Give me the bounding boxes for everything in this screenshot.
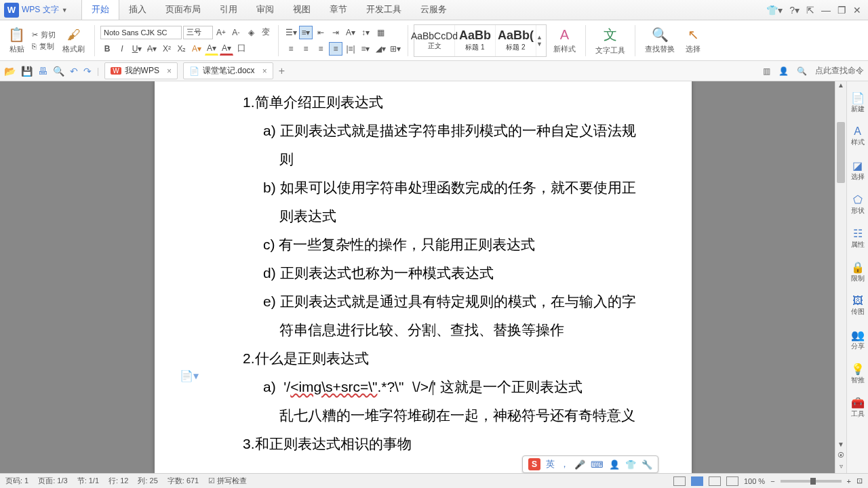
search-command-icon[interactable]: 🔍 (797, 66, 807, 76)
side-shape[interactable]: ⬠形状 (847, 187, 869, 221)
tab-start[interactable]: 开始 (81, 0, 119, 20)
doc-tab-home[interactable]: W 我的WPS × (104, 62, 178, 79)
view-fullscreen-icon[interactable] (726, 476, 738, 486)
style-gallery[interactable]: AaBbCcDd正文 AaBb标题 1 AaBb(标题 2 ▲▼ (414, 24, 547, 57)
add-tab-button[interactable]: + (279, 65, 285, 77)
align-left-button[interactable]: ≡ (284, 42, 298, 56)
ime-voice-icon[interactable]: 🎤 (574, 460, 585, 470)
highlight-button[interactable]: A▾ (205, 42, 218, 56)
maximize-button[interactable]: ❐ (837, 5, 846, 16)
font-size-select[interactable]: 三号 (183, 26, 213, 39)
vertical-scrollbar[interactable]: ▲ ▼ ⦿ ▿ (835, 81, 846, 473)
phonetic-guide-icon[interactable]: 变 (259, 26, 273, 39)
scroll-thumb[interactable] (837, 122, 845, 183)
side-upload-image[interactable]: 🖼传图 (847, 289, 869, 323)
char-border-button[interactable]: 囗 (235, 42, 248, 56)
tab-dev-tools[interactable]: 开发工具 (357, 0, 411, 20)
user-icon[interactable]: 👤 (778, 66, 789, 76)
tab-page-layout[interactable]: 页面布局 (156, 0, 210, 20)
increase-font-icon[interactable]: A+ (214, 26, 228, 39)
help-icon[interactable]: ?▾ (789, 5, 800, 16)
ime-toolbar[interactable]: S 英 ， 🎤 ⌨ 👤 👕 🔧 (522, 455, 658, 473)
side-share[interactable]: 👥分享 (847, 323, 869, 357)
distribute-button[interactable]: |≡| (344, 42, 357, 56)
assist-icon[interactable]: ▥ (763, 66, 770, 76)
text-effect-button[interactable]: A▾ (190, 42, 203, 56)
side-select[interactable]: ◪选择 (847, 153, 869, 187)
status-word-count[interactable]: 字数: 671 (167, 476, 199, 486)
redo-icon[interactable]: ↷ (83, 66, 92, 77)
tab-view[interactable]: 视图 (283, 0, 320, 20)
status-line[interactable]: 行: 12 (108, 476, 128, 486)
strikethrough-button[interactable]: A▾ (145, 42, 159, 56)
insert-table-icon[interactable]: ▦ (374, 26, 387, 39)
status-section[interactable]: 节: 1/1 (77, 476, 99, 486)
char-scale-button[interactable]: A▾ (344, 26, 357, 39)
zoom-in-button[interactable]: + (847, 477, 851, 485)
copy-button[interactable]: ⎘复制 (32, 41, 56, 52)
numbering-button[interactable]: ≡▾ (299, 26, 313, 39)
next-page-icon[interactable]: ▿ (835, 462, 846, 473)
superscript-button[interactable]: X² (160, 42, 174, 56)
shading-button[interactable]: ◢▾ (374, 42, 387, 56)
zoom-slider[interactable] (781, 480, 842, 483)
search-command-prompt[interactable]: 点此查找命令 (815, 65, 864, 77)
tab-settings-button[interactable]: ≡▾ (359, 42, 372, 56)
style-normal[interactable]: AaBbCcDd正文 (414, 25, 455, 56)
text-tool-button[interactable]: 文文字工具 (591, 24, 629, 57)
zoom-out-button[interactable]: − (770, 477, 774, 485)
view-web-layout-icon[interactable] (691, 476, 703, 486)
ime-user-icon[interactable]: 👤 (609, 460, 620, 470)
font-name-select[interactable]: Noto Sans CJK SC (100, 26, 182, 39)
align-right-button[interactable]: ≡ (314, 42, 328, 56)
status-spellcheck[interactable]: ☑ 拼写检查 (208, 476, 247, 486)
scroll-down-icon[interactable]: ▼ (835, 441, 846, 451)
increase-indent-button[interactable]: ⇥ (329, 26, 342, 39)
decrease-indent-button[interactable]: ⇤ (314, 26, 328, 39)
status-column[interactable]: 列: 25 (138, 476, 157, 486)
close-button[interactable]: ✕ (853, 5, 861, 16)
ime-keyboard-icon[interactable]: ⌨ (591, 460, 604, 470)
view-print-layout-icon[interactable] (673, 476, 686, 486)
status-page-count[interactable]: 页面: 1/3 (38, 476, 67, 486)
underline-button[interactable]: U▾ (130, 42, 144, 56)
ime-settings-icon[interactable]: 🔧 (642, 460, 652, 470)
save-icon[interactable]: 💾 (21, 66, 33, 77)
side-style[interactable]: A样式 (847, 119, 869, 153)
zoom-knob[interactable] (810, 478, 816, 485)
fit-page-icon[interactable]: ⊡ (856, 476, 863, 485)
line-spacing-button[interactable]: ↕▾ (359, 26, 372, 39)
status-page-number[interactable]: 页码: 1 (5, 476, 28, 486)
ime-language[interactable]: 英 (546, 458, 555, 470)
scroll-up-icon[interactable]: ▲ (835, 81, 846, 92)
style-scroll[interactable]: ▲▼ (536, 25, 546, 56)
doc-tab-file[interactable]: 📄 课堂笔记.docx × (183, 62, 273, 79)
cut-button[interactable]: ✂剪切 (32, 30, 56, 40)
bullets-button[interactable]: ☰▾ (284, 26, 298, 39)
tab-chapter[interactable]: 章节 (320, 0, 357, 20)
find-replace-button[interactable]: 🔍查找替换 (641, 25, 679, 56)
document-page[interactable]: 1.简单介绍正则表达式 a) 正则表达式就是描述字符串排列模式的一种自定义语法规… (155, 81, 692, 473)
prev-page-icon[interactable]: ⦿ (835, 451, 846, 462)
paragraph-options-icon[interactable]: 📄▾ (180, 369, 199, 382)
side-smart-push[interactable]: 💡智推 (847, 357, 869, 390)
paste-button[interactable]: 📋粘贴 (4, 25, 29, 56)
subscript-button[interactable]: X₂ (175, 42, 189, 56)
clear-format-icon[interactable]: ◈ (244, 26, 258, 39)
style-heading2[interactable]: AaBb(标题 2 (496, 25, 536, 56)
skin-icon[interactable]: 👕▾ (766, 5, 783, 16)
share-window-icon[interactable]: ⇱ (806, 5, 814, 16)
tab-insert[interactable]: 插入 (119, 0, 156, 20)
undo-icon[interactable]: ↶ (70, 66, 78, 77)
italic-button[interactable]: I (115, 42, 129, 56)
align-justify-button[interactable]: ≡ (329, 42, 342, 56)
close-tab-icon[interactable]: × (262, 66, 267, 76)
side-restrict[interactable]: 🔒限制 (847, 255, 869, 289)
font-color-button[interactable]: A▾ (220, 42, 233, 56)
app-dropdown-icon[interactable]: ▼ (62, 7, 68, 14)
side-new[interactable]: 📄新建 (847, 85, 869, 119)
format-painter-button[interactable]: 🖌格式刷 (58, 26, 89, 56)
style-heading1[interactable]: AaBb标题 1 (455, 25, 496, 56)
decrease-font-icon[interactable]: A- (229, 26, 243, 39)
ime-punctuation[interactable]: ， (560, 458, 569, 470)
